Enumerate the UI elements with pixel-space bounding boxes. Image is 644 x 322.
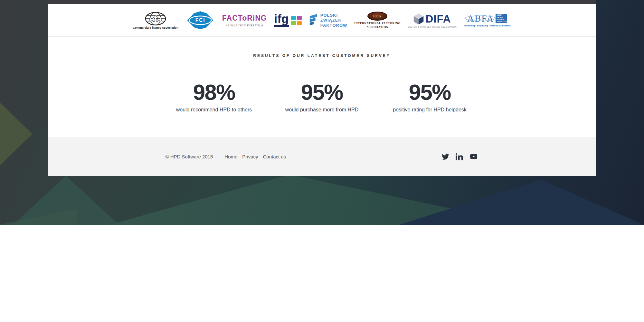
ifa-wordmark: IFA (373, 14, 382, 19)
background-triangle-olive (0, 102, 32, 166)
stat-caption: would purchase more from HPD (268, 107, 376, 113)
logo-abfa[interactable]: ABFA ASSET BASED FINANCE ASSOCIATION Inf… (464, 14, 511, 27)
stat-value: 95% (268, 81, 376, 103)
survey-divider (310, 66, 334, 66)
survey-heading: RESULTS OF OUR LATEST CUSTOMER SURVEY (48, 53, 596, 59)
ifa-oval-icon: IFA (367, 12, 387, 21)
logo-commercial-finance-association[interactable]: cfa Commercial Finance Association (133, 12, 178, 29)
difa-cube-icon (413, 13, 424, 25)
stat-caption: positive rating for HPD helpdesk (376, 107, 484, 113)
logo-fci[interactable]: FCI (185, 11, 215, 30)
factoring-caption: ASOCIACIÓN ESPAÑOLA (226, 23, 263, 27)
stat-caption: would recommend HPD to others (160, 107, 268, 113)
stat-helpdesk: 95% positive rating for HPD helpdesk (376, 81, 484, 113)
ifg-bubble-teal (291, 16, 296, 20)
twitter-icon[interactable] (441, 153, 450, 160)
ifg-bubble-green (291, 21, 296, 25)
fci-wordmark: FCI (195, 17, 205, 23)
cfa-globe-icon: cfa (145, 12, 166, 26)
stat-value: 98% (160, 81, 268, 103)
difa-wordmark: DIFA (425, 14, 451, 24)
social-links (441, 153, 478, 160)
ifg-speech-bubbles-icon (291, 16, 302, 25)
ifg-bubble-orange (297, 21, 302, 25)
background-triangle-navy (399, 180, 644, 225)
page-content-column: cfa Commercial Finance Association FCI F… (48, 0, 596, 176)
logo-difa[interactable]: DIFA DEBTOR & INVOICE FINANCE ASSOCIATIO… (408, 13, 457, 28)
copyright-text: © HPD Software 2015 (166, 154, 213, 159)
ifa-caption: INTERNATIONAL FACTORING ASSOCIATION (354, 22, 401, 29)
ifa-caption-line-2: ASSOCIATION (354, 25, 401, 29)
stat-recommend: 98% would recommend HPD to others (160, 81, 268, 113)
fci-diamond-icon: FCI (185, 11, 215, 30)
footer-link-home[interactable]: Home (224, 154, 237, 159)
survey-stats-row: 98% would recommend HPD to others 95% wo… (48, 81, 596, 113)
abfa-side-block: ASSET BASED FINANCE ASSOCIATION (496, 14, 507, 23)
difa-caption: DEBTOR & INVOICE FINANCE ASSOCIATION (408, 26, 457, 28)
pzf-line-3: FAKTORÓW (320, 23, 347, 28)
page-footer: © HPD Software 2015 Home Privacy Contact… (48, 137, 596, 176)
abfa-side-line-4: ASSOCIATION (497, 21, 507, 23)
factoring-wordmark: FACToRiNG (222, 14, 267, 23)
ifg-bar (274, 25, 289, 27)
linkedin-icon[interactable] (456, 153, 463, 160)
stat-value: 95% (376, 81, 484, 103)
footer-link-privacy[interactable]: Privacy (242, 154, 258, 159)
survey-section: RESULTS OF OUR LATEST CUSTOMER SURVEY 98… (48, 37, 596, 137)
partners-logo-bar: cfa Commercial Finance Association FCI F… (48, 4, 596, 37)
previous-section-edge (48, 0, 596, 4)
pzf-line-1: POLSKI (320, 13, 347, 18)
footer-nav: Home Privacy Contact us (224, 154, 286, 159)
cfa-wordmark: cfa (149, 14, 162, 24)
ifa-caption-line-1: INTERNATIONAL FACTORING (354, 22, 401, 25)
logo-ifg[interactable]: ifg (274, 14, 302, 26)
pzf-flag-icon (309, 14, 318, 27)
ifg-bubble-purple (297, 16, 302, 20)
cfa-caption: Commercial Finance Association (133, 26, 178, 29)
abfa-tagline: Informing • Engaging • Setting Standards (464, 24, 511, 27)
logo-international-factoring-association[interactable]: IFA INTERNATIONAL FACTORING ASSOCIATION (354, 12, 401, 29)
logo-factoring-asociacion-espanola[interactable]: FACToRiNG ASOCIACIÓN ESPAÑOLA (222, 14, 267, 27)
ifg-wordmark: ifg (274, 14, 289, 24)
stat-purchase: 95% would purchase more from HPD (268, 81, 376, 113)
logo-polski-zwiazek-faktorow[interactable]: POLSKI ZWIĄZEK FAKTORÓW (309, 13, 347, 28)
youtube-icon[interactable] (469, 153, 478, 160)
abfa-wordmark: ABFA (467, 14, 494, 23)
pzf-line-2: ZWIĄZEK (320, 18, 347, 23)
footer-link-contact-us[interactable]: Contact us (263, 154, 286, 159)
